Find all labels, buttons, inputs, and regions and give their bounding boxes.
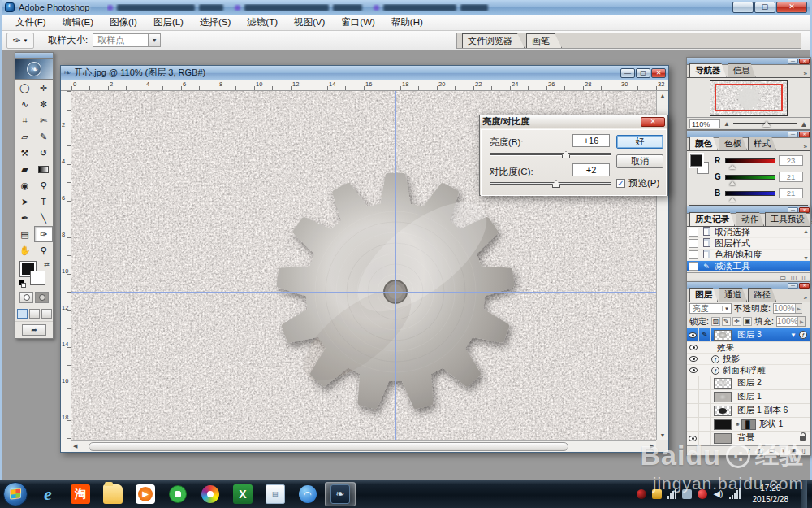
show-desktop-button[interactable] xyxy=(801,480,807,508)
tab-paths[interactable]: 路径 xyxy=(748,288,776,302)
layer-row-layer2[interactable]: 图层 2 xyxy=(687,376,810,390)
navigator-viewbox[interactable] xyxy=(715,84,783,111)
eyedropper-tool-preset[interactable]: ✑ ▼ xyxy=(6,33,34,49)
blue-value[interactable]: 21 xyxy=(779,188,803,198)
new-snapshot-icon[interactable]: ◫ xyxy=(791,274,797,281)
taskbar-explorer[interactable] xyxy=(97,482,128,506)
layer-row-layer1-copy6[interactable]: 图层 1 副本 6 xyxy=(687,404,810,418)
tab-channels[interactable]: 通道 xyxy=(719,288,747,302)
lasso-tool[interactable]: ∿ xyxy=(15,96,34,112)
scroll-up-icon[interactable]: ▲ xyxy=(803,228,809,234)
taskbar-ie[interactable]: e xyxy=(32,482,63,506)
tray-volume-icon[interactable]: ◀) xyxy=(713,488,723,499)
zoom-out-icon[interactable]: ▲ xyxy=(723,120,730,128)
tray-red-icon[interactable] xyxy=(698,489,707,499)
palette-minimize-button[interactable]: — xyxy=(788,207,798,213)
taskbar-360-browser[interactable] xyxy=(195,482,226,506)
taskbar-excel[interactable]: X xyxy=(227,482,258,506)
green-value[interactable]: 21 xyxy=(779,172,803,182)
tray-signal-icon[interactable] xyxy=(667,489,676,499)
type-tool[interactable]: T xyxy=(34,193,53,210)
fullscreen-menubar-button[interactable] xyxy=(29,309,40,319)
palette-menu-icon[interactable]: » xyxy=(804,143,810,150)
tab-actions[interactable]: 动作 xyxy=(736,212,764,226)
photoshop-logo[interactable]: ❧ xyxy=(15,59,53,80)
dodge-tool[interactable]: ⚲ xyxy=(34,177,53,193)
scroll-down-icon[interactable]: ▼ xyxy=(803,255,809,261)
close-button[interactable]: ✕ xyxy=(776,2,807,13)
palette-close-button[interactable]: ✕ xyxy=(799,283,810,289)
elliptical-marquee-tool[interactable]: ◯ xyxy=(15,80,34,96)
zoom-tool[interactable]: ⚲ xyxy=(34,242,53,258)
vector-mask-thumbnail[interactable]: ▊ xyxy=(741,419,756,430)
slider-thumb[interactable] xyxy=(762,121,771,127)
slice-tool[interactable]: ✄ xyxy=(34,112,53,128)
menu-item-3[interactable]: 图层(L) xyxy=(146,15,191,30)
taskbar-notepad[interactable]: ▤ xyxy=(260,482,291,506)
tray-gold-icon[interactable] xyxy=(652,489,662,499)
brightness-input[interactable]: +16 xyxy=(572,134,610,147)
sample-size-select[interactable]: 取样点 ▼ xyxy=(93,33,161,47)
lock-transparency-icon[interactable]: ▨ xyxy=(711,317,720,326)
taskbar-browser[interactable]: ◠ xyxy=(292,482,323,506)
layer-row-layer3[interactable]: ✎ 图层 3 ▼f xyxy=(687,328,810,342)
shape-fill-thumbnail[interactable] xyxy=(714,419,732,430)
brightness-slider[interactable] xyxy=(490,151,611,158)
ok-button[interactable]: 好 xyxy=(616,135,663,149)
collapse-effects-icon[interactable]: ▼ xyxy=(790,332,797,339)
tray-network-icon[interactable] xyxy=(729,488,741,499)
background-color[interactable] xyxy=(30,271,45,285)
preview-checkbox[interactable]: ✓ xyxy=(616,179,625,188)
doc-maximize-button[interactable]: ▢ xyxy=(636,68,650,78)
hand-tool[interactable]: ✋ xyxy=(15,242,34,258)
history-source-checkbox[interactable] xyxy=(689,250,698,259)
taskbar-taobao[interactable]: 淘 xyxy=(65,482,96,506)
tab-swatches[interactable]: 色板 xyxy=(719,137,747,150)
contrast-input[interactable]: +2 xyxy=(572,163,610,176)
start-button[interactable] xyxy=(3,482,28,506)
tray-usb-icon[interactable] xyxy=(682,489,692,499)
standard-mode-button[interactable] xyxy=(19,292,33,303)
history-step-selected[interactable]: ✎ 减淡工具 xyxy=(687,261,810,272)
foreground-color[interactable] xyxy=(690,154,702,167)
history-source-checkbox[interactable] xyxy=(689,239,698,248)
document-titlebar[interactable]: ❧ 开心.jpg @ 110% (图层 3, RGB#) — ▢ ✕ xyxy=(61,66,668,80)
palette-close-button[interactable]: ✕ xyxy=(799,59,810,64)
effects-header-row[interactable]: 效果 xyxy=(687,342,810,354)
tab-file-browser[interactable]: 文件浏览器 xyxy=(462,33,525,48)
navigator-zoom-value[interactable]: 110% xyxy=(689,119,720,128)
tab-info[interactable]: 信息 xyxy=(728,63,756,77)
add-layer-style-icon[interactable]: ƒ xyxy=(748,447,751,454)
healing-brush-tool[interactable]: ▱ xyxy=(15,128,34,145)
dialog-close-button[interactable]: ✕ xyxy=(641,117,665,127)
lock-all-icon[interactable]: ▣ xyxy=(743,317,752,326)
standard-screen-button[interactable] xyxy=(17,309,28,319)
palette-close-button[interactable]: ✕ xyxy=(799,207,810,213)
cancel-button[interactable]: 取消 xyxy=(616,154,663,168)
menu-item-2[interactable]: 图像(I) xyxy=(102,15,145,30)
menu-item-5[interactable]: 滤镜(T) xyxy=(240,15,285,30)
effect-row-drop-shadow[interactable]: f 投影 xyxy=(687,354,810,365)
menu-item-4[interactable]: 选择(S) xyxy=(192,15,238,30)
visibility-eye-icon[interactable] xyxy=(689,367,698,373)
history-source-checkbox[interactable] xyxy=(689,262,698,271)
add-mask-icon[interactable]: ◧ xyxy=(757,447,763,454)
palette-menu-icon[interactable]: » xyxy=(804,294,810,302)
layer-row-layer1[interactable]: 图层 1 xyxy=(687,390,810,404)
history-brush-tool[interactable]: ↺ xyxy=(34,145,53,161)
tab-brushes[interactable]: 画笔 xyxy=(526,33,562,48)
minimize-button[interactable]: — xyxy=(732,2,754,13)
horizontal-scrollbar[interactable]: ◀▶ xyxy=(71,440,656,452)
tab-color[interactable]: 颜色 xyxy=(689,137,718,150)
vertical-guide[interactable] xyxy=(395,91,396,440)
layer-thumbnail[interactable] xyxy=(714,392,732,402)
menu-item-6[interactable]: 视图(V) xyxy=(287,15,332,30)
tab-styles[interactable]: 样式 xyxy=(748,137,776,150)
crop-tool[interactable]: ⌗ xyxy=(15,112,34,128)
palette-close-button[interactable]: ✕ xyxy=(799,132,810,137)
blue-slider[interactable] xyxy=(725,191,775,196)
visibility-eye-icon[interactable] xyxy=(689,345,698,350)
toolbox-grip[interactable] xyxy=(15,53,53,59)
scroll-thumb[interactable] xyxy=(89,442,568,451)
swap-colors-icon[interactable]: ⇄ xyxy=(44,261,50,268)
